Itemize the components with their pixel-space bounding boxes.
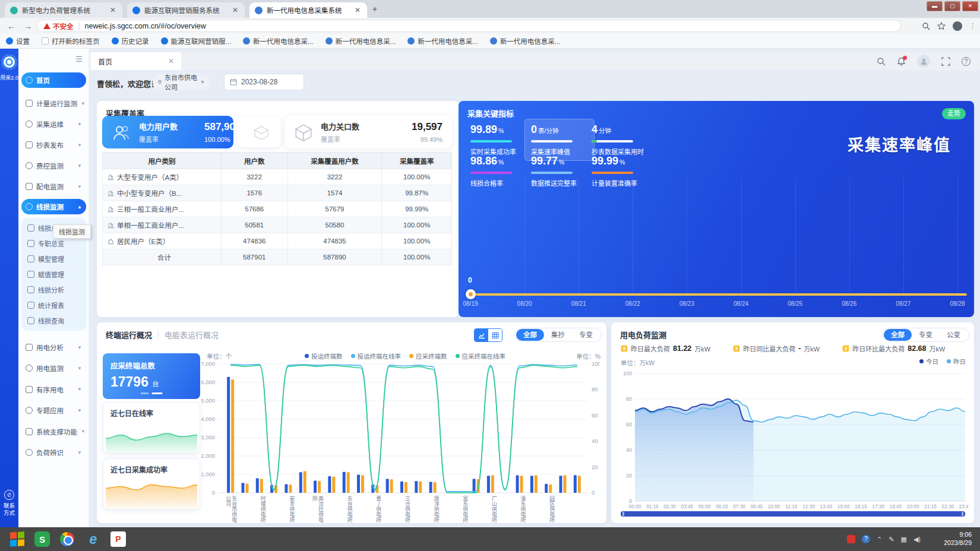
legend-投运终端数[interactable]: 投运终端数 [305,352,343,360]
table-view-button[interactable] [488,329,502,341]
bookmark-item-3[interactable]: 能源互联网营销服... [161,36,232,46]
terminal-filter-全部[interactable]: 全部 [516,329,544,341]
sidebar-subitem-线损分析[interactable]: 线损分析 [27,283,84,296]
tray-network-icon[interactable]: ▦ [900,536,906,543]
back-icon[interactable]: ← [6,21,17,31]
sidebar-item-1[interactable]: 计量运行监测▼ [21,96,86,111]
terminal-filter-专变[interactable]: 专变 [572,329,600,341]
bookmark-item-1[interactable]: 打开新的标签页 [42,36,100,46]
subitem-label: 赋值管理 [38,270,64,279]
taskbar-clock[interactable]: 9:06 2023/8/29 [944,530,972,547]
sidebar-subitem-赋值管理[interactable]: 赋值管理 [27,268,84,281]
metric-value: 0表/分钟 [531,124,588,136]
stat-unit: 万kW [694,344,710,353]
load-filter-全部[interactable]: 全部 [884,329,912,341]
bookmark-star-icon[interactable] [937,22,946,30]
legend-dot [409,354,413,358]
date-picker[interactable]: 2023-08-28 [224,74,304,90]
forward-icon[interactable]: → [23,21,33,31]
fullscreen-icon[interactable] [941,57,950,66]
carousel-dots[interactable] [141,392,163,394]
tab-close-icon[interactable]: ✕ [353,6,362,14]
browser-tab-2[interactable]: 新一代用电信息采集系统✕ [249,2,367,18]
sidebar-collapse-icon[interactable]: ☰ [75,55,83,64]
new-tab-button[interactable]: + [369,4,380,15]
sidebar-subitem-模型管理[interactable]: 模型管理 [27,252,84,265]
ppt-icon[interactable]: P [110,531,126,547]
close-button[interactable]: ✕ [962,1,978,11]
bookmark-item-2[interactable]: 历史记录 [112,36,149,46]
power-users-card[interactable]: 电力用户数 覆盖率 587,901 100.00% [102,116,233,148]
sidebar-item-4[interactable]: 费控监测▼ [21,158,86,173]
legend-投运终端在线率[interactable]: 投运终端在线率 [351,352,402,360]
sidebar-item-5[interactable]: 配电监测▼ [21,179,86,194]
sidebar-item-9[interactable]: 有序用电▼ [21,382,86,397]
chrome-icon[interactable] [58,530,76,548]
sidebar-item-10[interactable]: 专题应用▼ [21,403,86,418]
tray-expand-icon[interactable]: ⌃ [877,536,882,543]
app-logo-icon[interactable] [2,55,17,69]
tray-volume-icon[interactable]: ◀) [913,536,921,543]
bookmark-item-7[interactable]: 新一代用电信息采... [490,36,561,46]
tab-close-icon[interactable]: ✕ [231,6,239,14]
svg-text:60: 60 [592,412,598,419]
tray-help-icon[interactable]: ? [862,535,870,543]
x-axis-label-东台市供电公司: 东台市供电公司 [224,496,237,523]
ie-icon[interactable]: e [84,530,102,548]
page-tab-close-icon[interactable]: ✕ [168,57,174,65]
tab-meter-overview[interactable]: 电能表运行概况 [165,329,219,340]
minimize-button[interactable]: ▬ [927,1,943,11]
tab-close-icon[interactable]: ✕ [109,6,117,14]
tray-pen-icon[interactable]: ✎ [889,536,894,543]
bookmark-item-0[interactable]: 设置 [6,36,30,46]
security-warning[interactable]: 不安全 [43,21,74,31]
wps-icon[interactable]: S [34,531,50,547]
url-input[interactable]: 不安全 neweic.js.sgcc.com.cn/#/oc/overview [37,20,901,32]
tab-terminal-overview[interactable]: 终端运行概况 [106,329,152,340]
browser-avatar[interactable] [953,21,962,31]
bookmark-item-4[interactable]: 新一代用电信息采... [243,36,314,46]
zoom-icon[interactable] [922,22,930,30]
start-button[interactable] [8,530,26,548]
sidebar-item-3[interactable]: 抄表发布▼ [21,137,86,153]
trend-button[interactable]: 走势 [942,108,966,119]
browser-tab-0[interactable]: 新型电力负荷管理系统✕ [5,2,122,18]
load-filter-专变[interactable]: 专变 [912,329,940,341]
sidebar-item-11[interactable]: 系统支撑功能▼ [21,424,86,439]
chart-zoom-slider[interactable] [621,511,965,517]
success-rate-card[interactable]: 近七日采集成功率 [103,458,200,510]
legend-应采终端在线率[interactable]: 应采终端在线率 [456,352,506,360]
user-avatar[interactable] [917,55,930,68]
sidebar-item-2[interactable]: 采集运维▼ [21,116,86,132]
maximize-button[interactable]: ▢ [944,1,960,11]
terminal-total-card[interactable]: 应采终端总数 17796 台 [103,353,200,399]
tray-alert-icon[interactable] [847,535,855,543]
browser-menu-icon[interactable]: ⋮ [969,22,976,30]
legend-应采终端数[interactable]: 应采终端数 [409,352,447,360]
bookmark-item-6[interactable]: 新一代用电信息采... [407,36,478,46]
card-title: 电力用户数 [139,121,178,132]
load-filter-公变[interactable]: 公变 [940,329,968,341]
timeline-marker[interactable] [466,289,476,299]
chart-view-button[interactable] [475,329,488,341]
sidebar-item-8[interactable]: 用电监测▼ [21,360,86,376]
contact-button[interactable]: ✆ 联系方式 [0,490,18,517]
bookmark-item-5[interactable]: 新一代用电信息采... [325,36,396,46]
sidebar-subitem-专职总览[interactable]: 专职总览 [27,237,84,250]
terminal-filter-集抄[interactable]: 集抄 [544,329,572,341]
search-icon[interactable] [877,57,886,66]
browser-tab-1[interactable]: 能源互联网营销服务系统✕ [127,2,245,18]
help-icon[interactable]: ? [962,57,970,66]
sidebar-item-12[interactable]: 负荷辨识▼ [21,445,86,460]
sidebar-item-6[interactable]: 线损监测▲ [21,199,86,214]
site-icon [490,37,497,45]
sidebar-item-7[interactable]: 用电分析▼ [21,340,86,355]
notifications-bell-icon[interactable] [897,57,906,66]
sidebar-subitem-线损查询[interactable]: 线损查询 [27,314,84,327]
online-rate-card[interactable]: 近七日在线率 [103,402,200,454]
sidebar-item-0[interactable]: 首页 [21,72,86,88]
org-selector[interactable]: 东台市供电公司 ▼ [153,74,210,90]
power-gateway-card[interactable]: 电力关口数 覆盖率 19,597 99.49% [285,116,452,148]
sidebar-subitem-统计报表[interactable]: 统计报表 [27,299,84,312]
page-tab-home[interactable]: 首页 ✕ [91,52,181,70]
